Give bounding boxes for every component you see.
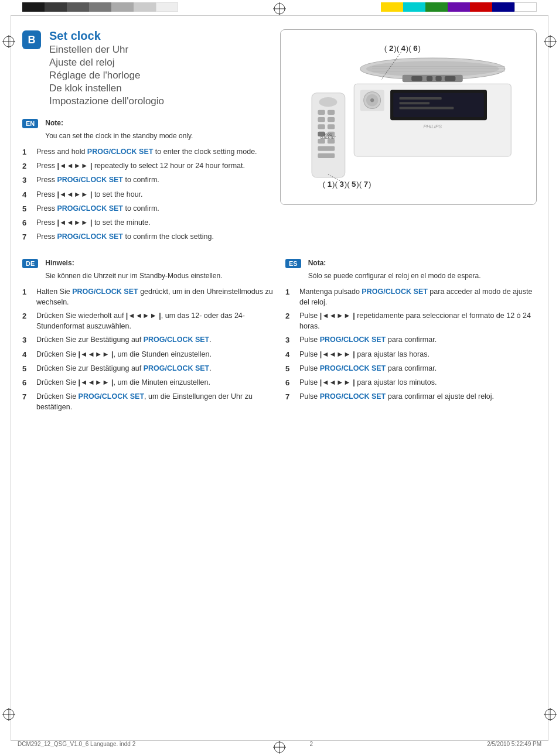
svg-rect-56	[318, 139, 325, 143]
svg-rect-59	[318, 153, 335, 158]
bar-light	[111, 2, 134, 12]
svg-rect-39	[400, 102, 430, 104]
footer-right: 2/5/2010 5:22:49 PM	[487, 741, 541, 747]
en-step-2: 2 Press |◄◄►► | repeatedly to select 12 …	[22, 161, 268, 172]
es-note: Nota: Sólo se puede configurar el reloj …	[307, 259, 481, 285]
svg-text:4: 4	[401, 44, 406, 53]
en-badge: EN	[22, 119, 38, 128]
title-de: Einstellen der Uhr	[49, 44, 164, 56]
svg-text:): )	[369, 180, 371, 189]
crosshair-right-bottom	[544, 708, 557, 721]
en-step-6: 6 Press |◄◄►► | to set the minute.	[22, 218, 268, 228]
title-nl: De klok instellen	[49, 83, 164, 94]
svg-rect-50	[318, 117, 325, 122]
svg-text:5: 5	[352, 180, 356, 189]
svg-rect-53	[328, 124, 335, 129]
svg-text:6: 6	[413, 44, 417, 53]
de-note-text: Sie können die Uhrzeit nur im Standby-Mo…	[44, 272, 222, 280]
es-section: ES Nota: Sólo se puede configurar el rel…	[285, 259, 537, 416]
crosshair-left-top	[2, 35, 15, 48]
svg-text:)(: )(	[406, 44, 411, 53]
bar-black	[22, 2, 45, 12]
de-step-1: 1 Halten Sie PROG/CLOCK SET gedrückt, um…	[22, 287, 274, 307]
de-step-4: 4 Drücken Sie |◄◄►► |, um die Stunden ei…	[22, 350, 274, 360]
bar-white	[156, 2, 178, 12]
section-titles: Set clock Einstellen der Uhr Ajuste del …	[49, 29, 164, 107]
svg-rect-31	[411, 76, 422, 81]
de-step-3: 3 Drücken Sie zur Bestätigung auf PROG/C…	[22, 335, 274, 345]
svg-rect-32	[427, 76, 432, 81]
crosshair-right-top	[544, 35, 557, 48]
bar-lighter	[134, 2, 156, 12]
svg-text:PHILIPS: PHILIPS	[423, 124, 442, 129]
en-note-label: Note:	[44, 119, 193, 127]
en-note-text: You can set the clock in the standby mod…	[44, 132, 193, 140]
svg-point-45	[370, 98, 374, 102]
en-note: Note: You can set the clock in the stand…	[44, 119, 193, 145]
svg-text:)(: )(	[345, 180, 350, 189]
svg-rect-40	[400, 107, 454, 109]
bar-dark1	[45, 2, 67, 12]
es-step-1: 1 Mantenga pulsado PROG/CLOCK SET para a…	[285, 287, 537, 307]
bar-mid	[89, 2, 111, 12]
device-image: ( 2 )( 4 )( 6 )	[280, 29, 537, 205]
svg-text:7: 7	[364, 180, 368, 189]
section-header: B Set clock Einstellen der Uhr Ajuste de…	[22, 29, 268, 107]
de-step-7: 7 Drücken Sie PROG/CLOCK SET, um die Ein…	[22, 392, 274, 412]
svg-text:1: 1	[328, 180, 332, 189]
section-badge-b: B	[22, 30, 41, 49]
bar-green	[425, 2, 448, 12]
bar-cyan	[403, 2, 425, 12]
de-steps: 1 Halten Sie PROG/CLOCK SET gedrückt, um…	[22, 287, 274, 412]
svg-rect-49	[328, 110, 335, 115]
es-step-7: 7 Pulse PROG/CLOCK SET para confirmar el…	[285, 392, 537, 402]
svg-text:3: 3	[339, 180, 343, 189]
de-step-5: 5 Drücken Sie zur Bestätigung auf PROG/C…	[22, 364, 274, 374]
svg-rect-58	[318, 146, 335, 150]
de-section: DE Hinweis: Sie können die Uhrzeit nur i…	[22, 259, 274, 416]
title-it: Impostazione dell'orologio	[49, 95, 164, 107]
es-step-2: 2 Pulse |◄◄►► | repetidamente para selec…	[285, 311, 537, 331]
de-note: Hinweis: Sie können die Uhrzeit nur im S…	[44, 259, 222, 285]
footer-left: DCM292_12_QSG_V1.0_6 Language. indd 2	[18, 741, 135, 747]
svg-text:2: 2	[389, 44, 393, 53]
svg-text:)(: )(	[332, 180, 338, 189]
svg-rect-33	[435, 76, 441, 81]
page-number: 2	[309, 741, 313, 747]
left-upper-col: B Set clock Einstellen der Uhr Ajuste de…	[22, 29, 268, 253]
upper-area: B Set clock Einstellen der Uhr Ajuste de…	[22, 29, 537, 253]
page: B Set clock Einstellen der Uhr Ajuste de…	[0, 0, 559, 756]
en-section: EN Note: You can set the clock in the st…	[22, 119, 268, 242]
svg-text:)(: )(	[356, 180, 362, 189]
device-svg: ( 2 )( 4 )( 6 )	[289, 39, 527, 196]
de-badge: DE	[22, 259, 38, 268]
es-note-label: Nota:	[307, 259, 481, 267]
es-steps: 1 Mantenga pulsado PROG/CLOCK SET para a…	[285, 287, 537, 402]
bar-white2	[514, 2, 537, 12]
svg-rect-38	[400, 97, 442, 100]
color-bars-left	[22, 2, 178, 12]
title-es: Ajuste del reloj	[49, 57, 164, 69]
en-step-3: 3 Press PROG/CLOCK SET to confirm.	[22, 175, 268, 186]
right-upper-col: ( 2 )( 4 )( 6 )	[280, 29, 537, 253]
en-steps: 1 Press and hold PROG/CLOCK SET to enter…	[22, 147, 268, 242]
title-fr: Réglage de l'horloge	[49, 70, 164, 81]
footer: DCM292_12_QSG_V1.0_6 Language. indd 2 2 …	[18, 741, 541, 747]
en-step-4: 4 Press |◄◄►► | to set the hour.	[22, 190, 268, 200]
crosshair-left-bottom	[2, 708, 15, 721]
en-step-7: 7 Press PROG/CLOCK SET to confirm the cl…	[22, 232, 268, 242]
es-badge: ES	[285, 259, 301, 268]
de-step-6: 6 Drücken Sie |◄◄►► |, um die Minuten ei…	[22, 378, 274, 388]
svg-rect-48	[318, 110, 325, 115]
two-col-bottom: DE Hinweis: Sie können die Uhrzeit nur i…	[22, 259, 537, 416]
en-step-5: 5 Press PROG/CLOCK SET to confirm.	[22, 204, 268, 214]
svg-rect-57	[328, 139, 335, 143]
svg-rect-37	[393, 93, 484, 117]
svg-point-47	[319, 97, 337, 107]
svg-rect-34	[445, 76, 456, 81]
es-note-text: Sólo se puede configurar el reloj en el …	[307, 272, 481, 280]
en-step-1: 1 Press and hold PROG/CLOCK SET to enter…	[22, 147, 268, 158]
svg-rect-52	[318, 124, 325, 129]
es-step-5: 5 Pulse PROG/CLOCK SET para confirmar.	[285, 364, 537, 374]
bar-purple	[448, 2, 470, 12]
